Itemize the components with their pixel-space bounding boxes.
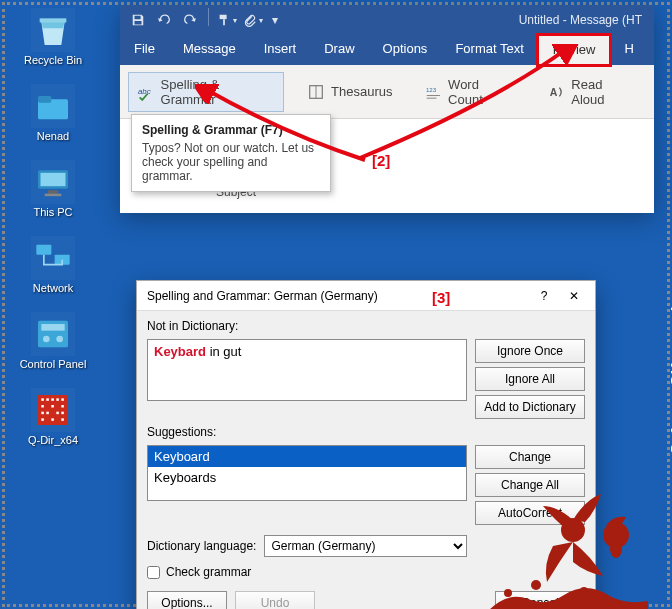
cancel-button[interactable]: Cancel bbox=[495, 591, 585, 609]
tab-options[interactable]: Options bbox=[369, 35, 442, 65]
tab-review[interactable]: Review bbox=[536, 33, 613, 67]
this-pc-icon[interactable]: This PC bbox=[8, 160, 98, 218]
dialog-title: Spelling and Grammar: German (Germany) bbox=[147, 289, 378, 303]
spelling-grammar-label: Spelling & Grammar bbox=[161, 77, 275, 107]
svg-point-12 bbox=[56, 336, 63, 343]
svg-rect-21 bbox=[61, 405, 64, 408]
undo-button[interactable]: Undo bbox=[235, 591, 315, 609]
undo-icon[interactable] bbox=[152, 8, 176, 32]
readaloud-icon: A bbox=[548, 83, 566, 101]
dialog-titlebar[interactable]: Spelling and Grammar: German (Germany) ?… bbox=[137, 281, 595, 311]
svg-point-11 bbox=[43, 336, 50, 343]
word-count-button[interactable]: 123 Word Count bbox=[416, 72, 525, 112]
svg-rect-14 bbox=[41, 398, 44, 401]
autocorrect-button[interactable]: AutoCorrect bbox=[475, 501, 585, 525]
change-all-button[interactable]: Change All bbox=[475, 473, 585, 497]
svg-rect-16 bbox=[51, 398, 54, 401]
svg-rect-24 bbox=[56, 412, 59, 415]
not-in-dict-textbox[interactable]: Keybard in gut bbox=[147, 339, 467, 401]
suggestion-option[interactable]: Keyboard bbox=[148, 446, 466, 467]
spelling-grammar-button[interactable]: abc Spelling & Grammar bbox=[128, 72, 284, 112]
network-icon[interactable]: Network bbox=[8, 236, 98, 294]
desktop: Recycle Bin Nenad This PC Network Contro… bbox=[8, 8, 98, 446]
tooltip-body: Typos? Not on our watch. Let us check yo… bbox=[142, 141, 314, 183]
spelling-tooltip: Spelling & Grammar (F7) Typos? Not on ou… bbox=[131, 114, 331, 192]
ribbon-tabs: File Message Insert Draw Options Format … bbox=[120, 35, 654, 65]
tooltip-title: Spelling & Grammar (F7) bbox=[142, 123, 320, 137]
suggestions-listbox[interactable]: Keyboard Keyboards bbox=[147, 445, 467, 501]
help-icon[interactable]: ? bbox=[529, 281, 559, 311]
desktop-label: Recycle Bin bbox=[24, 54, 82, 66]
svg-rect-6 bbox=[45, 194, 62, 197]
svg-rect-27 bbox=[51, 418, 54, 421]
book-icon bbox=[307, 83, 325, 101]
check-grammar-checkbox[interactable] bbox=[147, 566, 160, 579]
svg-rect-22 bbox=[41, 412, 44, 415]
svg-text:123: 123 bbox=[425, 86, 436, 93]
redo-icon[interactable] bbox=[178, 8, 202, 32]
window-title: Untitled - Message (HT bbox=[519, 13, 648, 27]
svg-rect-19 bbox=[41, 405, 44, 408]
svg-rect-7 bbox=[36, 245, 51, 255]
svg-rect-10 bbox=[41, 324, 64, 331]
ignore-once-button[interactable]: Ignore Once bbox=[475, 339, 585, 363]
svg-rect-5 bbox=[48, 190, 58, 193]
svg-rect-26 bbox=[41, 418, 44, 421]
format-painter-icon[interactable]: ▾ bbox=[215, 8, 239, 32]
svg-rect-25 bbox=[61, 412, 64, 415]
title-bar[interactable]: ▾ ▾ ▾ Untitled - Message (HT bbox=[120, 5, 654, 35]
thesaurus-button[interactable]: Thesaurus bbox=[298, 78, 401, 106]
check-grammar-label: Check grammar bbox=[166, 565, 251, 579]
desktop-label: Control Panel bbox=[20, 358, 87, 370]
options-button[interactable]: Options... bbox=[147, 591, 227, 609]
read-aloud-label: Read Aloud bbox=[571, 77, 637, 107]
user-folder-icon[interactable]: Nenad bbox=[8, 84, 98, 142]
tab-help[interactable]: H bbox=[610, 35, 647, 65]
add-to-dictionary-button[interactable]: Add to Dictionary bbox=[475, 395, 585, 419]
tab-insert[interactable]: Insert bbox=[250, 35, 311, 65]
read-aloud-button[interactable]: A Read Aloud bbox=[539, 72, 646, 112]
svg-rect-2 bbox=[38, 96, 51, 103]
desktop-label: Q-Dir_x64 bbox=[28, 434, 78, 446]
tab-message[interactable]: Message bbox=[169, 35, 250, 65]
svg-rect-18 bbox=[61, 398, 64, 401]
tab-format-text[interactable]: Format Text bbox=[441, 35, 537, 65]
spellcheck-icon: abc bbox=[137, 83, 155, 101]
svg-text:A: A bbox=[549, 85, 557, 97]
thesaurus-label: Thesaurus bbox=[331, 84, 392, 99]
dict-lang-select[interactable]: German (Germany) bbox=[264, 535, 467, 557]
svg-rect-28 bbox=[61, 418, 64, 421]
close-icon[interactable]: ✕ bbox=[559, 281, 589, 311]
desktop-label: Network bbox=[33, 282, 73, 294]
spelling-dialog: Spelling and Grammar: German (Germany) ?… bbox=[136, 280, 596, 609]
wordcount-icon: 123 bbox=[425, 83, 443, 101]
desktop-label: Nenad bbox=[37, 130, 69, 142]
svg-rect-15 bbox=[46, 398, 49, 401]
svg-rect-29 bbox=[220, 15, 227, 19]
ribbon: abc Spelling & Grammar Thesaurus 123 Wor… bbox=[120, 65, 654, 119]
control-panel-icon[interactable]: Control Panel bbox=[8, 312, 98, 370]
suggestion-option[interactable]: Keyboards bbox=[148, 467, 466, 488]
save-icon[interactable] bbox=[126, 8, 150, 32]
change-button[interactable]: Change bbox=[475, 445, 585, 469]
not-in-dict-label: Not in Dictionary: bbox=[147, 319, 467, 333]
tab-file[interactable]: File bbox=[120, 35, 169, 65]
recycle-bin-icon[interactable]: Recycle Bin bbox=[8, 8, 98, 66]
customize-qat-icon[interactable]: ▾ bbox=[267, 8, 283, 32]
svg-rect-20 bbox=[51, 405, 54, 408]
svg-rect-17 bbox=[56, 398, 59, 401]
svg-rect-4 bbox=[41, 173, 66, 186]
svg-text:abc: abc bbox=[138, 86, 151, 95]
tab-draw[interactable]: Draw bbox=[310, 35, 368, 65]
suggestions-label: Suggestions: bbox=[147, 425, 467, 439]
dict-lang-label: Dictionary language: bbox=[147, 539, 256, 553]
word-count-label: Word Count bbox=[448, 77, 516, 107]
desktop-label: This PC bbox=[33, 206, 72, 218]
svg-rect-0 bbox=[40, 18, 67, 22]
svg-rect-23 bbox=[46, 412, 49, 415]
attach-icon[interactable]: ▾ bbox=[241, 8, 265, 32]
qdir-icon[interactable]: Q-Dir_x64 bbox=[8, 388, 98, 446]
ignore-all-button[interactable]: Ignore All bbox=[475, 367, 585, 391]
